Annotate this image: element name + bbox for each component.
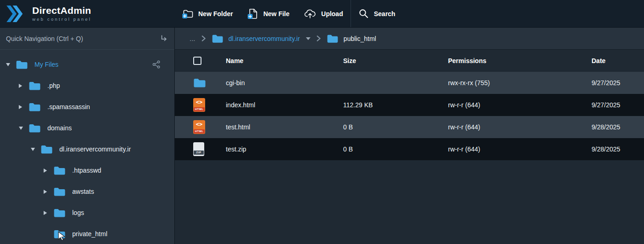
upload-icon <box>304 8 316 19</box>
sidebar: Quick Navigation (Ctrl + Q) My Files .ph… <box>0 28 175 244</box>
quick-navigation-label: Quick Navigation (Ctrl + Q) <box>6 35 83 42</box>
file-name: test.html <box>226 123 343 131</box>
tree-item-awstats[interactable]: awstats <box>0 181 174 202</box>
tree-item-label: My Files <box>34 61 58 68</box>
quick-navigation[interactable]: Quick Navigation (Ctrl + Q) <box>0 28 174 50</box>
column-header-size[interactable]: Size <box>343 57 448 64</box>
tree-item-logs[interactable]: logs <box>0 202 174 223</box>
caret-down-icon[interactable] <box>18 126 25 130</box>
folder-icon <box>40 145 53 154</box>
breadcrumb: ... dl.iranservercommunity.ir public_htm… <box>175 28 644 50</box>
file-permissions: rw-r-r (644) <box>448 145 592 153</box>
caret-right-icon[interactable] <box>18 83 25 88</box>
folder-icon <box>29 123 41 133</box>
file-name: index.html <box>226 101 343 109</box>
tree-item-label: domains <box>47 124 72 132</box>
folder-icon <box>212 34 224 43</box>
folder-icon <box>29 102 41 112</box>
zip-file-icon: ZIP <box>193 142 204 156</box>
tree-item-htpasswd[interactable]: .htpasswd <box>0 160 174 181</box>
main-wrap: Quick Navigation (Ctrl + Q) My Files .ph… <box>0 28 644 244</box>
file-date: 9/28/2025 <box>592 123 644 131</box>
app-title: DirectAdmin <box>32 6 92 16</box>
html-file-icon: <> HTML <box>193 120 205 134</box>
tree-item-label: private_html <box>72 230 107 238</box>
file-permissions: rwx-rx-rx (755) <box>448 79 592 87</box>
upload-button[interactable]: Upload <box>297 0 350 27</box>
caret-down-icon[interactable] <box>30 147 37 151</box>
tree-item-label: .php <box>47 82 60 89</box>
caret-right-icon[interactable] <box>43 210 50 215</box>
content: ... dl.iranservercommunity.ir public_htm… <box>175 28 644 244</box>
topbar-actions: New Folder New File Upload <box>175 0 402 27</box>
folder-icon <box>16 60 28 70</box>
directadmin-logo[interactable]: DirectAdmin web control panel <box>0 0 175 27</box>
caret-right-icon[interactable] <box>43 168 50 173</box>
new-folder-icon <box>182 8 193 19</box>
tree-item-label: .htpasswd <box>72 167 101 174</box>
chevron-right-icon <box>201 35 206 42</box>
file-row-test-zip[interactable]: ZIP test.zip 0 B rw-r-r (644) 9/28/2025 <box>175 138 644 160</box>
folder-icon <box>53 187 66 197</box>
cursor-icon <box>56 231 68 241</box>
directadmin-file-manager: DirectAdmin web control panel New Folder <box>0 0 644 244</box>
tree-item-label: dl.iranservercommunity.ir <box>59 145 131 153</box>
file-date: 9/28/2025 <box>592 145 644 153</box>
file-row-test-html[interactable]: <> HTML test.html 0 B rw-r-r (644) 9/28/… <box>175 116 644 138</box>
search-label: Search <box>374 10 396 17</box>
tree-item-label: awstats <box>72 188 94 195</box>
app-subtitle: web control panel <box>32 17 92 22</box>
tree-item-label: logs <box>72 209 84 216</box>
tree-item-label: .spamassassin <box>47 103 90 110</box>
file-permissions: rw-r-r (644) <box>448 101 592 109</box>
upload-label: Upload <box>321 10 343 17</box>
select-all-checkbox[interactable] <box>193 57 201 65</box>
shortcut-arrow-icon <box>159 34 168 43</box>
file-date: 9/27/2025 <box>592 79 644 87</box>
file-size: 112.29 KB <box>343 101 448 109</box>
new-file-button[interactable]: New File <box>240 0 297 27</box>
file-name: test.zip <box>226 145 343 153</box>
folder-icon <box>53 166 66 175</box>
file-size: 0 B <box>343 123 448 131</box>
table-header: Name Size Permissions Date <box>175 50 644 72</box>
caret-down-icon[interactable] <box>6 63 12 67</box>
tree-item-php[interactable]: .php <box>0 75 174 96</box>
column-header-permissions[interactable]: Permissions <box>448 57 592 64</box>
folder-icon <box>29 81 41 91</box>
chevron-down-icon[interactable] <box>306 37 310 40</box>
file-permissions: rw-r-r (644) <box>448 123 592 131</box>
breadcrumb-ellipsis[interactable]: ... <box>190 35 196 42</box>
folder-icon <box>193 78 206 88</box>
tree-item-domains[interactable]: domains <box>0 117 174 139</box>
file-date: 9/27/2025 <box>592 101 644 109</box>
column-header-date[interactable]: Date <box>592 57 644 64</box>
html-file-icon: <> HTML <box>193 98 205 112</box>
tree-item-domain[interactable]: dl.iranservercommunity.ir <box>0 139 174 160</box>
file-row-index-html[interactable]: <> HTML index.html 112.29 KB rw-r-r (644… <box>175 94 644 116</box>
folder-link-icon <box>53 229 66 239</box>
file-size: 0 B <box>343 145 448 153</box>
tree-item-spamassassin[interactable]: .spamassassin <box>0 96 174 117</box>
new-file-label: New File <box>263 10 289 17</box>
breadcrumb-domain-label[interactable]: dl.iranservercommunity.ir <box>229 35 300 42</box>
column-header-name[interactable]: Name <box>226 57 343 64</box>
tree-item-my-files[interactable]: My Files <box>0 54 174 75</box>
search-icon <box>358 8 369 19</box>
file-tree: My Files .php .spamassassin domains <box>0 50 174 244</box>
new-folder-button[interactable]: New Folder <box>175 0 240 27</box>
breadcrumb-current-label: public_html <box>344 35 376 42</box>
file-row-cgi-bin[interactable]: cgi-bin rwx-rx-rx (755) 9/27/2025 <box>175 72 644 94</box>
tree-item-private-html[interactable]: private_html <box>0 223 174 244</box>
new-folder-label: New Folder <box>198 10 233 17</box>
caret-right-icon[interactable] <box>43 189 50 194</box>
search-button[interactable]: Search <box>351 0 403 27</box>
folder-icon <box>327 34 339 43</box>
breadcrumb-item-domain[interactable]: dl.iranservercommunity.ir <box>212 34 310 43</box>
share-icon[interactable] <box>152 60 161 70</box>
file-name: cgi-bin <box>226 79 343 87</box>
caret-right-icon[interactable] <box>18 105 25 110</box>
file-list: cgi-bin rwx-rx-rx (755) 9/27/2025 <> HTM… <box>175 72 644 160</box>
new-file-icon <box>247 8 258 19</box>
breadcrumb-item-public-html[interactable]: public_html <box>327 34 376 43</box>
